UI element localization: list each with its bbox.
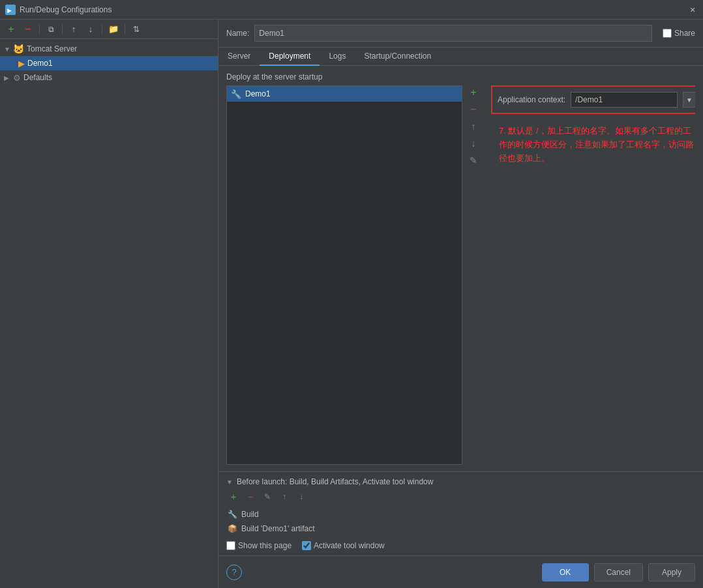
before-launch-section: ▼ Before launch: Build, Build Artifacts,… [218, 471, 703, 555]
share-row: Share [663, 29, 695, 38]
before-launch-header: ▼ Before launch: Build, Build Artifacts,… [226, 477, 695, 486]
share-label: Share [674, 29, 695, 38]
remove-config-button[interactable]: − [21, 22, 35, 37]
tabs-row: Server Deployment Logs Startup/Connectio… [218, 48, 703, 66]
bl-build-label: Build [241, 510, 259, 519]
before-launch-toolbar: + − ✎ ↑ ↓ [226, 490, 695, 503]
tomcat-group-label: Tomcat Server [27, 44, 77, 53]
activate-tool-label: Activate tool window [314, 541, 385, 550]
option-activate-tool: Activate tool window [302, 541, 385, 550]
deploy-edit-button[interactable]: ✎ [466, 153, 481, 168]
tab-deployment[interactable]: Deployment [260, 48, 320, 66]
tomcat-expand-icon: ▼ [4, 46, 10, 53]
titlebar: ▶ Run/Debug Configurations × [0, 0, 703, 20]
deployment-section: Deploy at the server startup 🔧 Demo1 + [218, 66, 703, 471]
dialog-title: Run/Debug Configurations [20, 5, 683, 14]
show-page-label: Show this page [238, 541, 292, 550]
add-config-button[interactable]: + [4, 22, 18, 37]
before-launch-options: Show this page Activate tool window [226, 541, 695, 550]
show-page-checkbox[interactable] [226, 541, 235, 550]
option-show-page: Show this page [226, 541, 292, 550]
demo1-run-icon: ▶ [18, 59, 25, 68]
name-label: Name: [226, 29, 249, 38]
bl-remove-button[interactable]: − [243, 490, 258, 503]
before-launch-expand-icon[interactable]: ▼ [226, 478, 233, 486]
toolbar-sep-1 [39, 24, 40, 35]
tree-item-defaults[interactable]: ▶ ⚙ Defaults [0, 70, 218, 85]
share-checkbox[interactable] [663, 29, 672, 38]
before-launch-title: Before launch: Build, Build Artifacts, A… [237, 477, 434, 486]
move-up-config-button[interactable]: ↑ [67, 22, 81, 37]
name-input[interactable] [254, 25, 652, 42]
app-icon: ▶ [5, 5, 16, 15]
defaults-expand-icon: ▶ [4, 74, 10, 81]
left-panel: + − ⧉ ↑ ↓ 📁 ⇅ ▼ 🐱 Tomcat Server ▶ Demo1 [0, 20, 218, 588]
deploy-remove-button[interactable]: − [466, 102, 481, 117]
bl-artifact-icon: 📦 [228, 524, 237, 533]
bl-item-artifact: 📦 Build 'Demo1' artifact [226, 522, 695, 536]
close-button[interactable]: × [687, 5, 698, 15]
tab-server[interactable]: Server [218, 48, 260, 66]
svg-text:▶: ▶ [7, 7, 12, 14]
deploy-section-label: Deploy at the server startup [226, 72, 695, 81]
tomcat-icon: 🐱 [13, 44, 24, 54]
bl-edit-button[interactable]: ✎ [260, 490, 275, 503]
annotation-text: 7. 默认是 /，加上工程的名字。如果有多个工程的工作的时候方便区分，注意如果加… [491, 119, 695, 170]
right-panel: Name: Share Server Deployment Logs Start… [218, 20, 703, 588]
defaults-icon: ⚙ [13, 73, 21, 83]
deploy-down-button[interactable]: ↓ [466, 136, 481, 151]
bottom-bar: ? OK Cancel Apply [218, 555, 703, 588]
help-button[interactable]: ? [226, 565, 242, 580]
bl-add-button[interactable]: + [226, 490, 241, 503]
bl-item-build: 🔧 Build [226, 507, 695, 522]
app-context-label: Application context: [498, 95, 565, 104]
tab-logs[interactable]: Logs [320, 48, 355, 66]
deploy-list-item[interactable]: 🔧 Demo1 [227, 86, 462, 102]
sort-button[interactable]: ⇅ [129, 22, 143, 37]
move-down-config-button[interactable]: ↓ [83, 22, 98, 37]
bl-artifact-label: Build 'Demo1' artifact [241, 524, 315, 533]
app-context-box: Application context: ▼ [491, 85, 695, 114]
name-row: Name: Share [218, 20, 703, 48]
cancel-button[interactable]: Cancel [594, 563, 643, 581]
defaults-label: Defaults [23, 73, 52, 82]
tab-content: Deploy at the server startup 🔧 Demo1 + [218, 66, 703, 555]
deploy-item-icon: 🔧 [231, 89, 241, 99]
bl-down-button[interactable]: ↓ [294, 490, 308, 503]
copy-config-button[interactable]: ⧉ [44, 22, 58, 37]
app-context-input[interactable] [571, 92, 678, 108]
ok-button[interactable]: OK [542, 563, 589, 581]
toolbar-sep-4 [125, 24, 125, 35]
bl-build-icon: 🔧 [228, 510, 237, 519]
deploy-side-buttons: + − ↑ ↓ ✎ [466, 85, 481, 465]
deploy-list: 🔧 Demo1 [226, 85, 462, 465]
activate-tool-checkbox[interactable] [302, 541, 311, 550]
deploy-up-button[interactable]: ↑ [466, 119, 481, 134]
config-tree: ▼ 🐱 Tomcat Server ▶ Demo1 ▶ ⚙ Defaults [0, 39, 218, 588]
demo1-label: Demo1 [27, 59, 53, 68]
folder-button[interactable]: 📁 [106, 22, 121, 37]
deploy-add-button[interactable]: + [466, 85, 481, 100]
tab-startup-connection[interactable]: Startup/Connection [355, 48, 440, 66]
tree-item-tomcat-group[interactable]: ▼ 🐱 Tomcat Server [0, 42, 218, 56]
left-toolbar: + − ⧉ ↑ ↓ 📁 ⇅ [0, 20, 218, 39]
deploy-row: 🔧 Demo1 + − ↑ ↓ ✎ [226, 85, 695, 465]
toolbar-sep-2 [62, 24, 63, 35]
main-content: + − ⧉ ↑ ↓ 📁 ⇅ ▼ 🐱 Tomcat Server ▶ Demo1 [0, 20, 703, 588]
deploy-item-label: Demo1 [245, 89, 271, 98]
bl-up-button[interactable]: ↑ [277, 490, 292, 503]
app-context-dropdown[interactable]: ▼ [683, 92, 695, 108]
toolbar-sep-3 [102, 24, 102, 35]
bl-items: 🔧 Build 📦 Build 'Demo1' artifact [226, 507, 695, 536]
tree-item-demo1[interactable]: ▶ Demo1 [0, 56, 218, 70]
apply-button[interactable]: Apply [648, 563, 695, 581]
